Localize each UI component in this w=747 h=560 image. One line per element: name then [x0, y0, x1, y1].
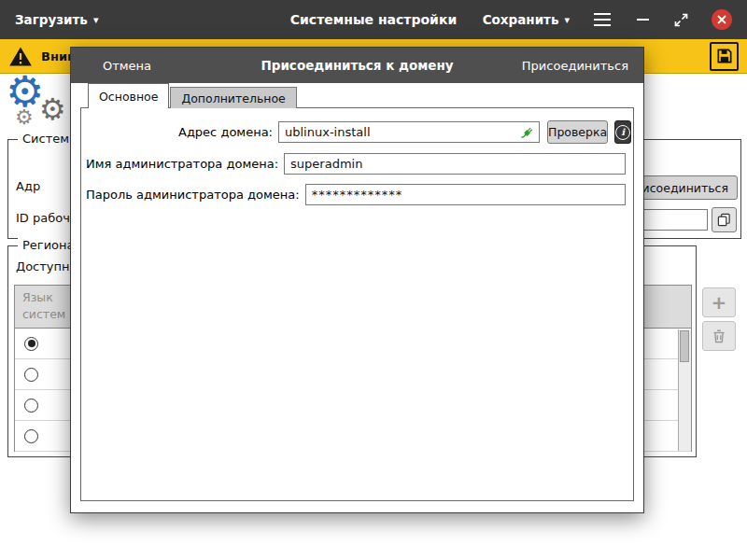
hamburger-menu-icon[interactable]	[592, 11, 613, 29]
load-menu-button[interactable]: Загрузить ▾	[15, 12, 98, 27]
radio-button[interactable]	[24, 399, 38, 413]
tab-panel: Адрес домена: Проверка i	[80, 107, 634, 501]
info-button[interactable]: i	[614, 120, 631, 144]
chevron-down-icon: ▾	[93, 14, 99, 26]
domain-address-label: Адрес домена:	[86, 125, 273, 139]
delete-language-button[interactable]	[702, 321, 736, 351]
gear-icon: ⚙	[15, 107, 34, 128]
maximize-button[interactable]	[673, 12, 689, 28]
minimize-button[interactable]	[635, 15, 651, 25]
warning-triangle-icon	[8, 46, 33, 67]
admin-name-label: Имя администратора домена:	[86, 157, 278, 171]
address-label: Адр	[16, 179, 40, 193]
dialog-tabs: Основное Дополнительное	[88, 83, 297, 108]
save-menu-button[interactable]: Сохранить ▾	[483, 12, 570, 27]
dialog-header: Присоединиться к домену Отмена Присоедин…	[71, 48, 643, 83]
copy-button[interactable]	[712, 207, 737, 232]
join-domain-dialog: Присоединиться к домену Отмена Присоедин…	[70, 47, 644, 513]
trash-icon	[712, 329, 726, 344]
close-button[interactable]	[712, 9, 732, 30]
admin-password-label: Пароль администратора домена:	[86, 188, 300, 202]
system-fieldset-legend: Систем	[18, 132, 74, 146]
domain-address-input[interactable]	[278, 121, 540, 143]
tab-additional[interactable]: Дополнительное	[170, 87, 296, 108]
plus-icon: +	[712, 291, 727, 314]
floppy-disk-icon	[715, 47, 734, 65]
check-button[interactable]: Проверка	[547, 120, 608, 144]
radio-button[interactable]	[24, 429, 38, 443]
workstation-id-label: ID рабоч	[16, 211, 70, 225]
table-scrollbar[interactable]	[678, 329, 691, 451]
gear-icon: ⚙	[39, 94, 66, 124]
scrollbar-thumb[interactable]	[680, 330, 689, 362]
app-window: Загрузить ▾ Системные настройки Сохранит…	[0, 0, 747, 560]
system-settings-icon: ⚙ ⚙ ⚙	[6, 74, 77, 137]
join-button[interactable]: Присоединиться	[522, 48, 628, 83]
domain-address-row: Адрес домена: Проверка i	[86, 120, 626, 144]
cancel-button[interactable]: Отмена	[103, 48, 151, 83]
admin-password-input[interactable]	[305, 184, 626, 205]
admin-password-row: Пароль администратора домена:	[86, 184, 626, 205]
add-language-button[interactable]: +	[702, 287, 736, 317]
radio-button[interactable]	[24, 337, 38, 351]
load-menu-label: Загрузить	[15, 12, 88, 27]
radio-button[interactable]	[24, 368, 38, 382]
admin-name-row: Имя администратора домена:	[86, 153, 626, 175]
titlebar: Загрузить ▾ Системные настройки Сохранит…	[0, 0, 747, 39]
chevron-down-icon: ▾	[564, 14, 570, 26]
copy-icon	[717, 213, 731, 227]
info-icon: i	[615, 125, 630, 140]
save-menu-label: Сохранить	[483, 12, 559, 27]
tab-main[interactable]: Основное	[88, 83, 169, 108]
expand-arrows-icon	[673, 12, 689, 28]
connection-plug-icon	[519, 124, 536, 141]
admin-name-input[interactable]	[284, 153, 626, 175]
save-to-file-button[interactable]	[710, 42, 739, 71]
close-x-icon	[717, 15, 726, 24]
titlebar-controls: Сохранить ▾	[483, 9, 732, 30]
